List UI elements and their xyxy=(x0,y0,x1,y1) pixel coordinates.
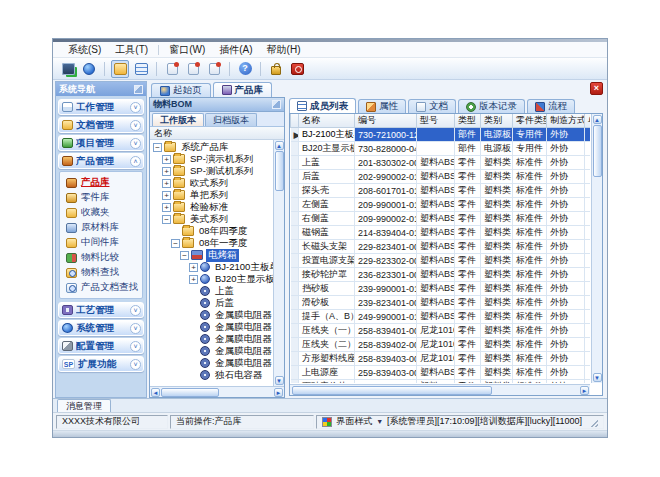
tree-node[interactable]: +SP-测试机系列 xyxy=(150,165,273,177)
exit-button[interactable] xyxy=(288,60,306,78)
sidebar-group-header[interactable]: 产品管理˄ xyxy=(58,153,144,169)
column-header-零件类型[interactable]: 零件类型 xyxy=(513,114,547,128)
tree-node[interactable]: −电烤箱 xyxy=(150,249,273,261)
table-row[interactable]: 挡砂板239-990001-01X塑料ABS零件塑料类标准件外协条 xyxy=(291,282,591,296)
sidebar-group-header[interactable]: 配置管理˅ xyxy=(58,338,144,354)
scroll-thumb[interactable] xyxy=(292,386,492,395)
scroll-thumb[interactable] xyxy=(275,151,284,191)
scroll-up-icon[interactable]: ▲ xyxy=(593,115,602,124)
chevron-up-icon[interactable]: ˄ xyxy=(130,156,141,167)
expand-icon[interactable]: + xyxy=(162,179,171,188)
column-header-型号[interactable]: 型号 xyxy=(417,114,455,128)
pin-icon[interactable] xyxy=(272,100,281,109)
sidebar-item-收藏夹[interactable]: 收藏夹 xyxy=(66,205,142,220)
table-row[interactable]: 左侧盖209-990001-01X塑料ABS零件塑料类标准件外协条 xyxy=(291,198,591,212)
menu-item[interactable]: 帮助(H) xyxy=(260,42,308,58)
sidebar-item-产品文档查找[interactable]: 产品文档查找 xyxy=(66,280,142,295)
sidebar-group-header[interactable]: 文档管理˅ xyxy=(58,117,144,133)
expand-icon[interactable]: + xyxy=(189,263,198,272)
scroll-left-icon[interactable]: ◄ xyxy=(151,388,160,397)
menu-item[interactable]: 窗口(W) xyxy=(162,42,212,58)
tab-工作版本[interactable]: 工作版本 xyxy=(152,113,204,126)
expand-icon[interactable]: + xyxy=(162,155,171,164)
scroll-right-icon[interactable]: ► xyxy=(580,386,589,395)
lock-button[interactable] xyxy=(267,60,285,78)
tree-node[interactable]: +欧式系列 xyxy=(150,177,273,189)
tree-node[interactable]: +BJ-2100主板单点 xyxy=(150,261,273,273)
doc-edit-button[interactable] xyxy=(184,60,202,78)
sidebar-item-中间件库[interactable]: 中间件库 xyxy=(66,235,142,250)
table-row[interactable]: 下砂定位片（左）283-830301-00X塑料ABS零件塑料类标准件外协条 xyxy=(291,380,591,384)
sidebar-item-产品库[interactable]: 产品库 xyxy=(66,175,142,190)
help-button[interactable] xyxy=(236,60,254,78)
tree-node[interactable]: −08年一季度 xyxy=(150,237,273,249)
tree-node[interactable]: 金属膜电阻器 xyxy=(150,309,273,321)
chevron-down-icon[interactable]: ▼ xyxy=(376,418,383,425)
sidebar-item-原材料库[interactable]: 原材料库 xyxy=(66,220,142,235)
tree-node[interactable]: 金属膜电阻器 xyxy=(150,321,273,333)
expand-icon[interactable]: + xyxy=(162,191,171,200)
tree-node[interactable]: 金属膜电阻器 xyxy=(150,345,273,357)
tab-归档版本[interactable]: 归档版本 xyxy=(205,113,257,126)
tree-node[interactable]: 08年四季度 xyxy=(150,225,273,237)
sidebar-item-物料比较[interactable]: 物料比较 xyxy=(66,250,142,265)
tab-成员列表[interactable]: 成员列表 xyxy=(289,98,356,113)
tree-node[interactable]: −美式系列 xyxy=(150,213,273,225)
scroll-thumb[interactable] xyxy=(161,388,219,397)
grid-vertical-scrollbar[interactable]: ▲ ▼ xyxy=(591,114,602,383)
desktop-button[interactable] xyxy=(59,60,77,78)
scroll-down-icon[interactable]: ▼ xyxy=(275,376,284,385)
column-header-类别[interactable]: 类别 xyxy=(481,114,513,128)
table-row[interactable]: 压线夹（二）258-839402-00X尼龙1010零件塑料类标准件外协条 xyxy=(291,338,591,352)
table-row[interactable]: 长磁头支架229-823401-00X塑料ABS零件塑料类标准件外协条 xyxy=(291,240,591,254)
expand-icon[interactable]: + xyxy=(162,167,171,176)
column-header-制造方式[interactable]: 制造方式 xyxy=(547,114,585,128)
expand-icon[interactable]: + xyxy=(162,203,171,212)
message-panel-tab[interactable]: 消息管理 xyxy=(57,399,111,412)
tab-起始页[interactable]: 起始页 xyxy=(151,83,211,97)
scroll-right-icon[interactable]: ► xyxy=(274,388,283,397)
table-row[interactable]: 提手（A、B）249-990001-01X塑料ABS零件塑料类标准件外协条 xyxy=(291,310,591,324)
table-row[interactable]: 探头壳208-601701-01X塑料ABS零件塑料类标准件外协条 xyxy=(291,184,591,198)
chevron-down-icon[interactable]: ˅ xyxy=(130,359,141,370)
collapse-icon[interactable]: − xyxy=(171,239,180,248)
column-header-类型[interactable]: 类型 xyxy=(455,114,481,128)
sidebar-group-header[interactable]: 扩展功能˅ xyxy=(58,356,144,372)
column-header-编号[interactable]: 编号 xyxy=(355,114,417,128)
tree-node[interactable]: +单把系列 xyxy=(150,189,273,201)
column-header-名称[interactable]: 名称 xyxy=(299,114,355,128)
tree-node[interactable]: +BJ20主显示板 xyxy=(150,273,273,285)
table-row[interactable]: BJ20主显示板730-828000-04X部件电源板专用件外协颗 xyxy=(291,142,591,156)
chevron-down-icon[interactable]: ˅ xyxy=(130,305,141,316)
pin-icon[interactable] xyxy=(134,85,143,94)
tab-流程[interactable]: 流程 xyxy=(527,99,575,113)
tab-版本记录[interactable]: 版本记录 xyxy=(458,99,525,113)
close-tab-button[interactable]: × xyxy=(590,82,603,95)
table-row[interactable]: 后盖202-990002-01X塑料ABS零件塑料类标准件外协条 xyxy=(291,170,591,184)
menu-item[interactable]: 系统(S) xyxy=(61,42,108,58)
sidebar-group-header[interactable]: 工艺管理˅ xyxy=(58,302,144,318)
doc-remove-button[interactable] xyxy=(205,60,223,78)
sidebar-group-header[interactable]: 工作管理˅ xyxy=(58,99,144,115)
tree-node[interactable]: 独石电容器 xyxy=(150,369,273,381)
doc-add-button[interactable] xyxy=(163,60,181,78)
collapse-icon[interactable]: − xyxy=(180,251,189,260)
table-row[interactable]: ▶BJ-2100主板单点730-721000-12X部件电源板专用件外协颗 xyxy=(291,128,591,142)
table-row[interactable]: 接砂轮护罩236-823301-00X塑料ABS零件塑料类标准件外协条 xyxy=(291,268,591,282)
chevron-down-icon[interactable]: ˅ xyxy=(130,102,141,113)
tab-属性[interactable]: 属性 xyxy=(358,99,406,113)
scroll-thumb[interactable] xyxy=(593,125,602,177)
table-row[interactable]: 右侧盖209-990002-01X塑料ABS零件塑料类标准件外协条 xyxy=(291,212,591,226)
table-row[interactable]: 压线夹（一）258-839401-00X尼龙1010零件塑料类标准件外协条 xyxy=(291,324,591,338)
grid-horizontal-scrollbar[interactable]: ► xyxy=(290,384,590,395)
collapse-icon[interactable]: − xyxy=(162,215,171,224)
tab-产品库[interactable]: 产品库 xyxy=(213,82,273,97)
column-header-单位[interactable]: 单位 xyxy=(585,114,591,128)
table-row[interactable]: 上盖201-830302-00X塑料ABS零件塑料类标准件外协条 xyxy=(291,156,591,170)
tree-node[interactable]: 金属膜电阻器 xyxy=(150,333,273,345)
collapse-icon[interactable]: − xyxy=(153,143,162,152)
expand-icon[interactable]: + xyxy=(189,275,198,284)
sidebar-item-物料查找[interactable]: 物料查找 xyxy=(66,265,142,280)
scroll-up-icon[interactable]: ▲ xyxy=(275,141,284,150)
resize-grip[interactable] xyxy=(588,417,598,427)
